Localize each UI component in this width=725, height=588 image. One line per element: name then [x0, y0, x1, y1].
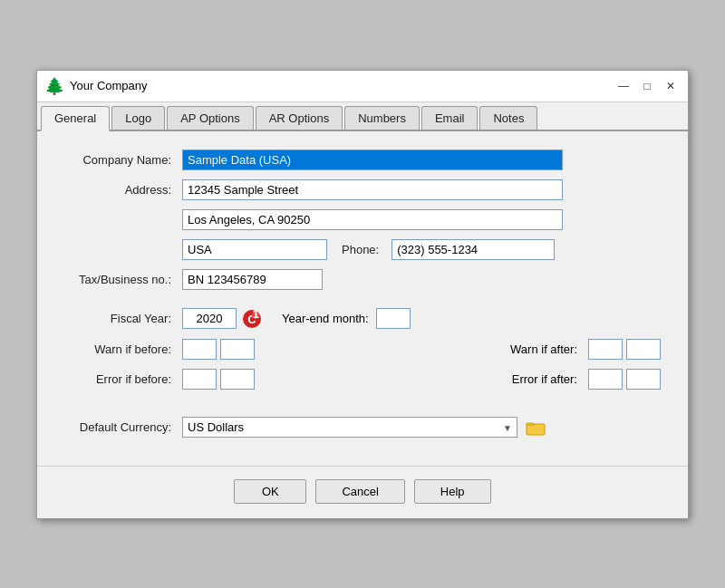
fiscal-year-input[interactable]	[182, 308, 237, 329]
calendar-button[interactable]: C 1	[240, 308, 264, 330]
address-label: Address:	[64, 183, 182, 197]
error-row: Error if before: Error if after:	[64, 369, 661, 390]
fiscal-year-label: Fiscal Year:	[64, 312, 182, 325]
warn-after-input-2[interactable]	[626, 339, 661, 360]
ok-button[interactable]: OK	[234, 479, 306, 504]
app-icon: 🌲	[44, 76, 64, 96]
main-window: 🌲 Your Company — □ ✕ General Logo AP Opt…	[36, 70, 689, 519]
company-name-row: Company Name:	[64, 149, 661, 170]
svg-text:1: 1	[252, 309, 258, 321]
error-before-inputs	[182, 369, 255, 390]
warn-before-input-2[interactable]	[220, 339, 255, 360]
minimize-button[interactable]: —	[614, 76, 633, 96]
address-row-2	[64, 209, 661, 230]
tab-bar: General Logo AP Options AR Options Numbe…	[37, 102, 688, 131]
currency-label: Default Currency:	[64, 420, 182, 434]
fiscal-year-row: Fiscal Year: C 1 Year-end month:	[64, 308, 661, 330]
error-after-label: Error if after:	[255, 372, 588, 386]
year-end-month-input[interactable]	[376, 308, 411, 329]
tab-ar-options[interactable]: AR Options	[256, 106, 343, 130]
button-bar: OK Cancel Help	[37, 466, 688, 518]
tab-email[interactable]: Email	[421, 106, 478, 130]
close-button[interactable]: ✕	[661, 76, 681, 96]
folder-button[interactable]	[523, 417, 548, 439]
country-phone-row: Phone:	[64, 239, 661, 260]
warn-before-input-1[interactable]	[182, 339, 217, 360]
company-name-label: Company Name:	[64, 153, 182, 167]
address-line2-input[interactable]	[182, 209, 563, 230]
currency-select[interactable]: US Dollars Euros Canadian Dollars	[182, 417, 517, 438]
warn-before-inputs	[182, 339, 255, 360]
error-before-label: Error if before:	[64, 372, 182, 386]
tax-label: Tax/Business no.:	[64, 273, 182, 286]
tab-logo[interactable]: Logo	[111, 106, 165, 130]
warn-row: Warn if before: Warn if after:	[64, 339, 661, 360]
tax-input[interactable]	[182, 269, 323, 290]
help-button[interactable]: Help	[414, 479, 491, 504]
maximize-button[interactable]: □	[637, 76, 657, 96]
tab-notes[interactable]: Notes	[479, 106, 537, 130]
tab-ap-options[interactable]: AP Options	[167, 106, 254, 130]
warn-before-label: Warn if before:	[64, 342, 182, 356]
svg-rect-4	[527, 424, 545, 435]
warn-after-label: Warn if after:	[255, 342, 588, 356]
cancel-button[interactable]: Cancel	[315, 479, 404, 504]
error-before-input-2[interactable]	[220, 369, 255, 390]
title-bar-controls: — □ ✕	[614, 76, 681, 96]
error-after-input-1[interactable]	[588, 369, 623, 390]
tab-numbers[interactable]: Numbers	[344, 106, 420, 130]
phone-section: Phone:	[327, 239, 555, 260]
warn-after-section: Warn if after:	[255, 339, 661, 360]
address-row-1: Address:	[64, 179, 661, 200]
tab-general[interactable]: General	[41, 106, 110, 131]
warn-after-inputs	[588, 339, 661, 360]
error-after-input-2[interactable]	[626, 369, 661, 390]
phone-input[interactable]	[392, 239, 555, 260]
address-line1-input[interactable]	[182, 179, 563, 200]
currency-wrapper: US Dollars Euros Canadian Dollars ▼	[182, 417, 517, 438]
warn-after-input-1[interactable]	[588, 339, 623, 360]
error-after-inputs	[588, 369, 661, 390]
phone-label: Phone:	[342, 243, 379, 256]
country-input[interactable]	[182, 239, 327, 260]
tab-content-general: Company Name: Address: Phone: Tax/Busine…	[37, 131, 688, 466]
company-name-input[interactable]	[182, 149, 563, 170]
error-before-input-1[interactable]	[182, 369, 217, 390]
error-after-section: Error if after:	[255, 369, 661, 390]
tax-row: Tax/Business no.:	[64, 269, 661, 290]
year-end-label: Year-end month:	[282, 312, 369, 325]
title-bar: 🌲 Your Company — □ ✕	[37, 71, 688, 102]
window-title: Your Company	[70, 79, 614, 92]
currency-row: Default Currency: US Dollars Euros Canad…	[64, 417, 661, 439]
